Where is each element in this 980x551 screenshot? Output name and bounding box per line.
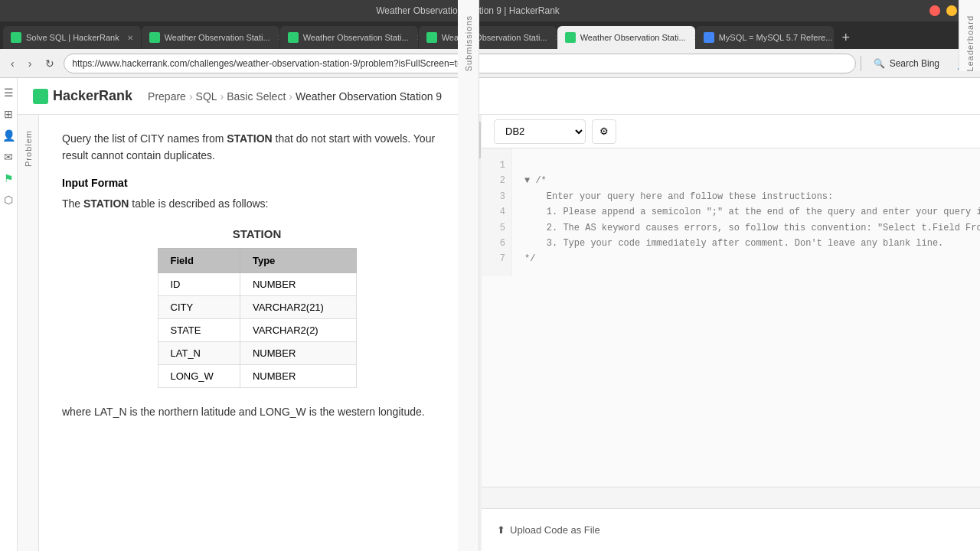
table-cell-4-0: LONG_W [158,365,240,388]
forward-button[interactable]: › [24,54,37,73]
hr-logo-square [33,89,48,104]
tab-2[interactable]: Weather Observation Stati... ✕ [142,26,279,49]
gear-icon: ⚙ [599,126,609,137]
table-cell-1-1: VARCHAR2(21) [240,296,356,319]
line-num-1: 1 [488,158,505,173]
tab-label-3: Weather Observation Stati... [303,33,409,42]
back-button[interactable]: ‹ [6,54,19,73]
problem-layout: Problem Query the list of CITY names fro… [18,115,980,551]
station-table: Field Type IDNUMBERCITYVARCHAR2(21)STATE… [158,248,357,388]
left-sidebar: ☰ ⊞ 👤 ✉ ⚑ ⬡ [0,78,18,551]
problem-panel: Query the list of CITY names from STATIO… [39,115,475,551]
minimize-button[interactable] [946,5,957,16]
sidebar-hex-icon[interactable]: ⬡ [0,191,17,208]
close-button[interactable] [929,5,940,16]
tab-favicon-3 [288,32,299,43]
table-cell-2-0: STATE [158,319,240,342]
tab-close-4[interactable]: ✕ [555,34,557,42]
station-table-title: STATION [233,227,282,240]
breadcrumb-problem-title: Weather Observation Station 9 [296,90,442,103]
tab-4[interactable]: Weather Observation Stati... ✕ [419,26,557,49]
code-editor[interactable]: 1 2 3 4 5 6 7 ▼ /* Enter your query here… [482,148,980,487]
new-tab-button[interactable]: + [835,26,858,49]
tab-label-6: MySQL = MySQL 5.7 Refere... [719,33,833,42]
breadcrumb-sql[interactable]: SQL [196,90,217,103]
upload-button[interactable]: ⬆ Upload Code as File [497,524,600,536]
input-format-text2: table is described as follows: [132,197,268,210]
breadcrumb-prepare[interactable]: Prepare [148,90,186,103]
code-actions: ⬆ Upload Code as File Run Code Submit Co… [482,508,980,551]
tab-5[interactable]: Weather Observation Stati... ✕ [557,26,695,49]
search-bing-area[interactable]: 🔍 Search Bing [866,58,947,69]
tab-label-5: Weather Observation Stati... [580,33,686,42]
app-layout: ☰ ⊞ 👤 ✉ ⚑ ⬡ HackerRank Prepare › SQL › B… [0,78,980,551]
tab-close-3[interactable]: ✕ [416,34,418,42]
table-cell-3-1: NUMBER [240,342,356,365]
sidebar-user-icon[interactable]: 👤 [0,127,17,144]
table-cell-4-1: NUMBER [240,365,356,388]
input-format-text1: The [62,197,80,210]
footer-note: where LAT_N is the northern latitude and… [62,403,452,420]
input-format-desc: The STATION table is described as follow… [62,195,452,212]
tab-favicon-6 [704,32,714,43]
tab-label-2: Weather Observation Stati... [165,33,270,42]
search-icon: 🔍 [874,58,885,69]
settings-button[interactable]: ⚙ [592,119,616,144]
tab-close-2[interactable]: ✕ [278,34,279,42]
status-bar: Line: 1 Col: 1 [482,487,980,508]
sidebar-home-icon[interactable]: ☰ [0,84,17,101]
title-bar: Weather Observation Station 9 | HackerRa… [0,0,980,21]
line-num-3: 3 [488,189,505,204]
line-num-4: 4 [488,204,505,220]
tab-1[interactable]: Solve SQL | HackerRank ✕ [3,26,141,49]
station-bold-2: STATION [83,197,129,210]
sidebar-flag-icon[interactable]: ⚑ [0,170,17,187]
hr-logo-text: HackerRank [53,88,132,104]
tab-favicon-4 [426,32,437,43]
input-format-title: Input Format [62,177,452,189]
line-numbers: 1 2 3 4 5 6 7 [482,148,512,276]
code-panel: DB2 MySQL Oracle ⚙ 1 2 [482,115,980,508]
breadcrumb-sep-1: › [189,90,193,103]
table-cell-1-0: CITY [158,296,240,319]
station-bold-1: STATION [227,132,272,145]
code-toolbar: DB2 MySQL Oracle ⚙ [482,115,980,148]
problem-tab: Problem [18,115,39,551]
db-selector[interactable]: DB2 MySQL Oracle [494,119,586,144]
tab-favicon-5 [565,32,576,43]
line-num-2: 2 [488,173,505,188]
submissions-tab: Submissions [458,115,479,551]
table-row: IDNUMBER [158,273,356,296]
problem-desc-text1: Query the list of CITY names from [62,132,224,145]
problem-label[interactable]: Problem [24,130,33,167]
line-num-5: 5 [488,220,505,236]
table-cell-2-1: VARCHAR2(2) [240,319,356,342]
breadcrumb-sep-2: › [220,90,224,103]
upload-icon: ⬆ [497,524,505,536]
tab-close-1[interactable]: ✕ [127,34,133,42]
breadcrumb-basic-select[interactable]: Basic Select [227,90,286,103]
line-num-6: 6 [488,236,505,251]
hackerrank-header: HackerRank Prepare › SQL › Basic Select … [18,78,980,115]
code-content: ▼ /* Enter your query here and follow th… [512,148,980,276]
tab-6[interactable]: MySQL = MySQL 5.7 Refere... ✕ [696,26,834,49]
nav-bar: ‹ › ↻ https://www.hackerrank.com/challen… [0,49,980,78]
table-cell-0-0: ID [158,273,240,296]
tab-close-5[interactable]: ✕ [694,34,695,42]
table-header-type: Type [240,249,356,273]
tab-label-1: Solve SQL | HackerRank [26,33,119,42]
sidebar-grid-icon[interactable]: ⊞ [0,106,17,122]
sidebar-mail-icon[interactable]: ✉ [0,148,17,165]
reload-button[interactable]: ↻ [41,54,59,73]
problem-description: Query the list of CITY names from STATIO… [62,130,452,165]
table-header-field: Field [158,249,240,273]
tab-favicon-2 [149,32,160,43]
station-table-wrapper: STATION Field Type IDNUMBERCITYVARCHAR2(… [62,227,452,388]
breadcrumb: Prepare › SQL › Basic Select › Weather O… [148,90,442,103]
line-num-7: 7 [488,251,505,266]
main-content: HackerRank Prepare › SQL › Basic Select … [18,78,980,551]
right-panel: DB2 MySQL Oracle ⚙ 1 2 [482,115,980,551]
tab-3[interactable]: Weather Observation Stati... ✕ [280,26,418,49]
search-bing-label: Search Bing [890,58,939,69]
table-row: LONG_WNUMBER [158,365,356,388]
